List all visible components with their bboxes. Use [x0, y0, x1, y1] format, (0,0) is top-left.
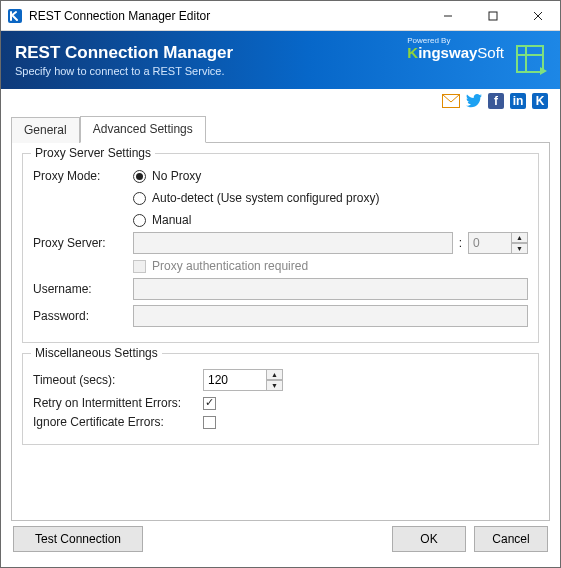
window: REST Connection Manager Editor REST Conn…: [0, 0, 561, 568]
group-proxy: Proxy Server Settings Proxy Mode: No Pro…: [22, 153, 539, 343]
misc-legend: Miscellaneous Settings: [31, 346, 162, 360]
timeout-label: Timeout (secs):: [33, 373, 203, 387]
banner-text: REST Connection Manager Specify how to c…: [15, 43, 233, 77]
spin-up-icon[interactable]: ▲: [267, 369, 283, 380]
brand-badge: Powered By KingswaySoft: [407, 37, 504, 60]
test-connection-button[interactable]: Test Connection: [13, 526, 143, 552]
ignore-cert-checkbox[interactable]: [203, 416, 216, 429]
radio-dot-icon: [133, 170, 146, 183]
maximize-button[interactable]: [470, 1, 515, 30]
spreadsheet-icon: [514, 43, 548, 77]
username-label: Username:: [33, 282, 133, 296]
tab-panel: Proxy Server Settings Proxy Mode: No Pro…: [11, 142, 550, 521]
radio-no-proxy[interactable]: No Proxy: [133, 169, 379, 183]
linkedin-icon[interactable]: in: [510, 93, 526, 109]
brand-name: KingswaySoft: [407, 45, 504, 60]
window-title: REST Connection Manager Editor: [29, 9, 425, 23]
facebook-icon[interactable]: f: [488, 93, 504, 109]
cancel-button[interactable]: Cancel: [474, 526, 548, 552]
tab-general[interactable]: General: [11, 117, 80, 143]
tab-strip: General Advanced Settings: [1, 115, 560, 142]
group-misc: Miscellaneous Settings Timeout (secs): ▲…: [22, 353, 539, 445]
username-input[interactable]: [133, 278, 528, 300]
timeout-spinner[interactable]: ▲▼: [203, 369, 283, 391]
minimize-button[interactable]: [425, 1, 470, 30]
radio-circle-icon: [133, 214, 146, 227]
proxy-server-label: Proxy Server:: [33, 236, 133, 250]
banner-title: REST Connection Manager: [15, 43, 233, 63]
retry-label: Retry on Intermittent Errors:: [33, 396, 203, 410]
retry-checkbox[interactable]: [203, 397, 216, 410]
radio-no-proxy-label: No Proxy: [152, 169, 201, 183]
close-button[interactable]: [515, 1, 560, 30]
svg-rect-5: [517, 46, 543, 72]
proxy-mode-options: No Proxy Auto-detect (Use system configu…: [133, 169, 379, 227]
spin-down-icon[interactable]: ▼: [267, 380, 283, 391]
twitter-icon[interactable]: [466, 94, 482, 108]
svg-rect-2: [489, 12, 497, 20]
proxy-auth-label: Proxy authentication required: [152, 259, 308, 273]
proxy-legend: Proxy Server Settings: [31, 146, 155, 160]
banner-subtitle: Specify how to connect to a REST Service…: [15, 65, 233, 77]
ignore-cert-label: Ignore Certificate Errors:: [33, 415, 203, 429]
radio-auto-label: Auto-detect (Use system configured proxy…: [152, 191, 379, 205]
footer: Test Connection OK Cancel: [1, 521, 560, 567]
proxy-server-input[interactable]: [133, 232, 453, 254]
radio-auto-detect[interactable]: Auto-detect (Use system configured proxy…: [133, 191, 379, 205]
social-row: f in K: [1, 89, 560, 113]
spin-up-icon[interactable]: ▲: [512, 232, 528, 243]
titlebar: REST Connection Manager Editor: [1, 1, 560, 31]
radio-manual-label: Manual: [152, 213, 191, 227]
mail-icon[interactable]: [442, 94, 460, 108]
colon-separator: :: [453, 236, 468, 250]
tab-advanced-settings[interactable]: Advanced Settings: [80, 116, 206, 143]
password-label: Password:: [33, 309, 133, 323]
timeout-input[interactable]: [203, 369, 267, 391]
app-icon: [7, 8, 23, 24]
banner: REST Connection Manager Specify how to c…: [1, 31, 560, 89]
proxy-mode-label: Proxy Mode:: [33, 169, 133, 183]
ok-button[interactable]: OK: [392, 526, 466, 552]
brand-k-icon[interactable]: K: [532, 93, 548, 109]
spin-down-icon[interactable]: ▼: [512, 243, 528, 254]
radio-manual[interactable]: Manual: [133, 213, 379, 227]
proxy-port-input[interactable]: [468, 232, 512, 254]
proxy-port-spinner[interactable]: ▲▼: [468, 232, 528, 254]
proxy-auth-checkbox[interactable]: [133, 260, 146, 273]
radio-circle-icon: [133, 192, 146, 205]
password-input[interactable]: [133, 305, 528, 327]
